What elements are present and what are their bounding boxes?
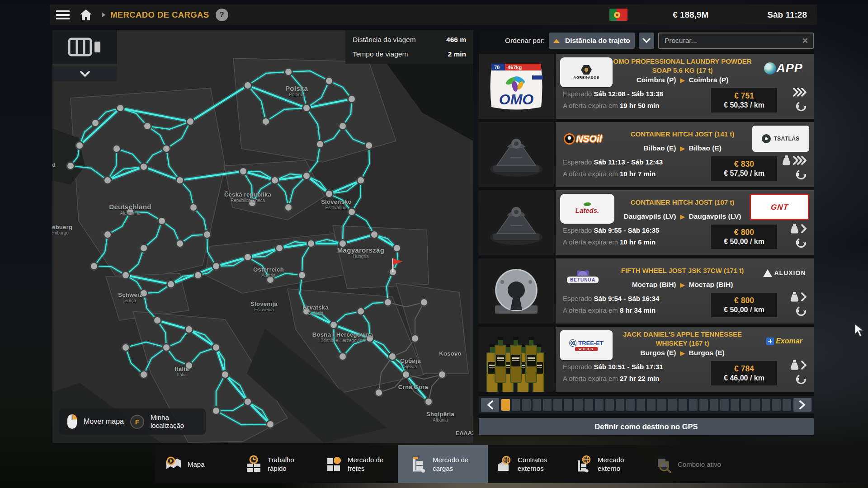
- search-input[interactable]: [664, 36, 802, 45]
- origin-city: Burgos (E): [640, 349, 676, 357]
- cargo-offer-card[interactable]: 70467kgOMO AGREGADOS APP OMO PROFESSIONA…: [479, 54, 814, 119]
- origin-city: Мостар (BIH): [632, 281, 676, 288]
- page-cell[interactable]: [595, 399, 604, 411]
- svg-text:70: 70: [494, 65, 500, 70]
- expected-window: Sáb 9:54 - Sáb 16:34: [594, 295, 659, 302]
- page-cell[interactable]: [501, 399, 510, 411]
- cargo-offers-panel: Ordenar por: Distância do trajeto ✕ 7046…: [479, 30, 814, 435]
- offer-price: € 784: [734, 364, 754, 374]
- map-icon: [165, 455, 183, 473]
- trailer-return-icon: [796, 374, 807, 386]
- nav-item-mercado-de-cargas[interactable]: Mercado de cargas: [398, 445, 488, 483]
- page-cell[interactable]: [616, 399, 624, 411]
- page-cell[interactable]: [543, 399, 552, 411]
- nav-item-mercado-de-fretes[interactable]: Mercado de fretes: [318, 445, 398, 483]
- company-logo-icon: [581, 65, 592, 75]
- company-logo-icon: [577, 267, 589, 276]
- offer-price: € 800: [734, 296, 754, 305]
- page-cell[interactable]: [720, 399, 729, 411]
- expires-in: 8 hr 34 min: [620, 306, 656, 314]
- pagination-next-button[interactable]: [793, 398, 811, 412]
- sender-company-logo: AGREGADOS: [560, 57, 613, 87]
- chevron-left-icon: [487, 400, 493, 409]
- clear-search-icon[interactable]: ✕: [802, 36, 808, 46]
- page-cell[interactable]: [574, 399, 583, 411]
- menu-icon[interactable]: [56, 10, 70, 19]
- search-box: ✕: [658, 33, 814, 49]
- page-cell[interactable]: [647, 399, 656, 411]
- page-cell[interactable]: [710, 399, 718, 411]
- pagination-prev-button[interactable]: [481, 398, 499, 412]
- page-cell[interactable]: [741, 399, 750, 411]
- route-map[interactable]: PolskaPolóniaDeutschlandAlemanhaČeská re…: [52, 30, 473, 443]
- cargo-image: [479, 327, 556, 392]
- cargo-title: OMO PROFESSIONAL LAUNDRY POWDER SOAP 5.6…: [606, 56, 759, 75]
- page-cell[interactable]: [783, 399, 791, 411]
- cargo-route: Bilbao (E)▶Bilbao (E): [606, 144, 759, 152]
- offer-rate-per-km: € 57,50 / km: [724, 169, 764, 178]
- expires-in: 10 hr 7 min: [620, 170, 656, 178]
- offer-times: Esperado Sáb 11:13 - Sáb 12:43 A oferta …: [563, 156, 663, 180]
- sort-dropdown-button[interactable]: [639, 33, 654, 49]
- page-cell[interactable]: [522, 399, 531, 411]
- origin-city: Bilbao (E): [643, 144, 676, 152]
- cargo-route: Мостар (BIH)▶Мостар (BIH): [606, 281, 759, 289]
- page-cell[interactable]: [585, 399, 593, 411]
- breadcrumb: MERCADO DE CARGAS: [110, 10, 209, 20]
- page-cell[interactable]: [512, 399, 520, 411]
- home-icon[interactable]: [80, 9, 92, 21]
- my-location-label[interactable]: Minha localização: [151, 413, 198, 430]
- cargo-offer-card[interactable]: Lateds. GNT CONTAINER HITCH JOST (107 t)…: [479, 190, 814, 255]
- cargo-route: Daugavpils (LV)▶Daugavpils (LV): [606, 212, 759, 221]
- set-gps-destination-button[interactable]: Definir como destino no GPS: [479, 418, 814, 435]
- page-cell[interactable]: [657, 399, 666, 411]
- portugal-flag-icon: [609, 9, 627, 21]
- destination-city: Burgos (E): [689, 349, 725, 357]
- offer-rate-per-km: € 50,00 / km: [724, 238, 764, 246]
- cargo-offer-card[interactable]: TREE-ETWOOD Exomar JACK DANIEL'S APPLE T…: [479, 327, 814, 392]
- page-cell[interactable]: [637, 399, 645, 411]
- expected-window: Sáb 9:55 - Sáb 16:35: [594, 226, 659, 234]
- collapse-adviser-button[interactable]: [52, 66, 117, 81]
- sort-dropdown[interactable]: Distância do trajeto: [549, 33, 635, 49]
- page-cell[interactable]: [772, 399, 781, 411]
- offer-price-box: € 784 € 46,00 / km: [711, 361, 777, 385]
- page-cell[interactable]: [762, 399, 770, 411]
- cargo-offer-card[interactable]: NSOil TSATLAS CONTAINER HITCH JOST (141 …: [479, 122, 814, 187]
- chevron-down-icon: [642, 38, 651, 43]
- nav-item-comboio-ativo[interactable]: Comboio ativo: [648, 445, 728, 483]
- page-cell[interactable]: [699, 399, 708, 411]
- page-cell[interactable]: [626, 399, 635, 411]
- page-cell[interactable]: [533, 399, 541, 411]
- trailer-return-icon: [796, 237, 807, 250]
- route-arrow-icon: ▶: [680, 145, 685, 152]
- page-cell[interactable]: [689, 399, 698, 411]
- move-map-label: Mover mapa: [84, 418, 124, 426]
- destination-city: Bilbao (E): [689, 144, 722, 152]
- page-cell[interactable]: [731, 399, 739, 411]
- company-logo-icon: [766, 338, 774, 345]
- nav-item-mercado-externo[interactable]: Mercado externo: [568, 445, 648, 483]
- offer-price-box: € 830 € 57,50 / km: [711, 156, 777, 181]
- page-cell[interactable]: [679, 399, 687, 411]
- offer-price-box: € 800 € 50,00 / km: [711, 293, 777, 317]
- nav-item-mapa[interactable]: Mapa: [158, 445, 238, 483]
- ground-strip: [280, 483, 868, 488]
- expires-in: 27 hr 22 min: [620, 375, 660, 382]
- sender-company-logo: TREE-ETWOOD: [560, 330, 613, 360]
- offer-price: € 800: [734, 228, 754, 237]
- page-cell[interactable]: [553, 399, 562, 411]
- nav-item-trabalho-r-pido[interactable]: Trabalho rápido: [238, 445, 318, 483]
- urgency-chevrons-icon: [801, 224, 807, 235]
- trailer-adviser-button[interactable]: [52, 30, 117, 64]
- page-cell[interactable]: [668, 399, 677, 411]
- page-cell[interactable]: [605, 399, 614, 411]
- chevron-right-icon: [799, 400, 806, 409]
- page-cell[interactable]: [751, 399, 760, 411]
- help-icon[interactable]: ?: [216, 9, 228, 21]
- company-logo-icon: [569, 339, 576, 347]
- cargo-offer-card[interactable]: BETUNUA ALUXION FIFTH WHEEL JOST JSK 37C…: [479, 258, 814, 324]
- nav-item-contratos-externos[interactable]: Contratos externos: [488, 445, 568, 483]
- page-cell[interactable]: [564, 399, 572, 411]
- svg-text:OMO: OMO: [499, 91, 534, 108]
